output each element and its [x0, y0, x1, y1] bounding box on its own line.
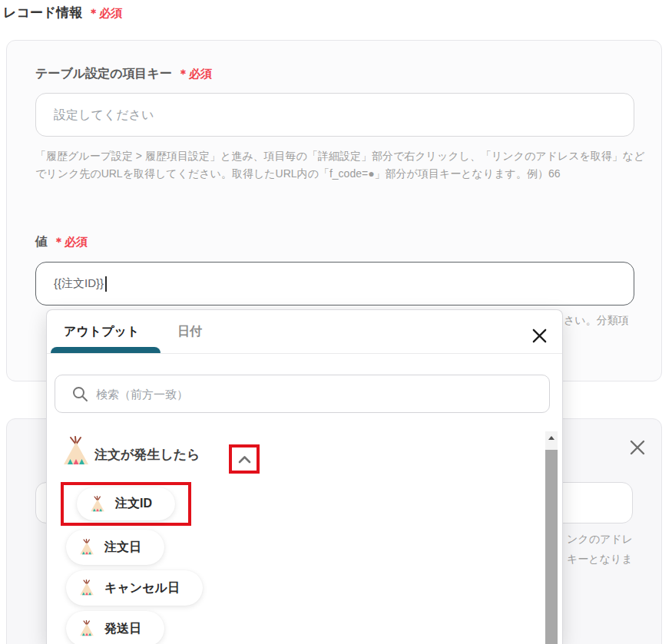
- value-required-badge: ＊必須: [53, 235, 88, 248]
- tent-icon: [79, 580, 94, 596]
- output-picker-panel: アウトプット 日付 注文が発生したら: [46, 309, 563, 644]
- scroll-up-arrow-icon[interactable]: [545, 431, 558, 444]
- page-title-text: レコード情報: [3, 5, 82, 20]
- tent-icon: [90, 496, 105, 513]
- value-label: 値＊必須: [35, 234, 88, 250]
- second-help-line-1: ンクのアドレ: [567, 529, 633, 549]
- search-icon: [72, 386, 88, 402]
- scrollbar[interactable]: [545, 431, 558, 644]
- value-label-text: 値: [35, 235, 48, 248]
- item-key-input[interactable]: [35, 93, 634, 137]
- tab-divider: [47, 353, 562, 354]
- item-key-label-text: テーブル設定の項目キー: [35, 67, 172, 80]
- list-item-order-date[interactable]: 注文日: [66, 530, 164, 565]
- item-key-label: テーブル設定の項目キー＊必須: [35, 66, 212, 82]
- tent-icon: [62, 436, 90, 467]
- item-key-required-badge: ＊必須: [177, 67, 212, 80]
- value-input[interactable]: {{注文ID}}: [35, 262, 634, 305]
- page-title: レコード情報＊必須: [3, 4, 122, 21]
- value-help-text-fragment: さい。分類項: [564, 314, 629, 328]
- tab-output[interactable]: アウトプット: [64, 324, 139, 340]
- order-id-highlight-box: 注文ID: [61, 482, 191, 526]
- item-key-help-text: 「履歴グループ設定 > 履歴項目設定」と進み、項目毎の「詳細設定」部分で右クリッ…: [35, 147, 650, 182]
- list-item-cancel-date[interactable]: キャンセル日: [66, 570, 203, 606]
- close-icon[interactable]: [529, 325, 549, 345]
- tab-date[interactable]: 日付: [177, 324, 202, 340]
- text-caret: [105, 276, 107, 292]
- second-help-line-2: キーとなりま: [567, 549, 633, 569]
- close-icon[interactable]: [627, 438, 647, 457]
- list-item-label: 注文日: [104, 540, 141, 556]
- search-box: [55, 375, 550, 413]
- chevron-up-icon[interactable]: [238, 455, 251, 464]
- list-item-order-id[interactable]: 注文ID: [77, 487, 175, 520]
- required-badge: ＊必須: [88, 6, 122, 19]
- search-input[interactable]: [96, 388, 549, 401]
- scrollbar-thumb[interactable]: [545, 450, 558, 644]
- tent-icon: [79, 620, 94, 637]
- list-item-label: キャンセル日: [104, 580, 180, 596]
- value-input-text: {{注文ID}}: [54, 276, 104, 291]
- list-item-label: 発送日: [104, 621, 141, 637]
- second-help-text-fragment: ンクのアドレ キーとなりま: [567, 529, 633, 569]
- collapse-highlight-box: [229, 444, 260, 474]
- tent-icon: [79, 539, 94, 556]
- trigger-group-label: 注文が発生したら: [94, 446, 200, 464]
- list-item-ship-date[interactable]: 発送日: [66, 611, 164, 644]
- list-item-label: 注文ID: [115, 496, 152, 512]
